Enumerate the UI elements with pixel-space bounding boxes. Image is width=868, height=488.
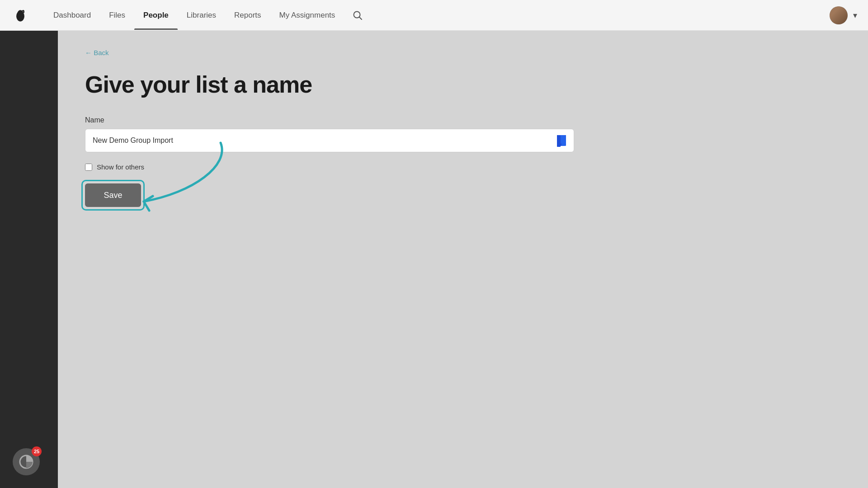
back-link[interactable]: ← Back xyxy=(85,49,841,56)
bottom-widget-container: 25 xyxy=(13,448,40,475)
nav-files[interactable]: Files xyxy=(100,1,134,30)
notification-badge: 25 xyxy=(32,446,42,456)
nav-reports[interactable]: Reports xyxy=(225,1,270,30)
bookmark-icon xyxy=(555,134,568,147)
navbar: Dashboard Files People Libraries Reports… xyxy=(0,0,868,31)
form-section: Name xyxy=(85,116,841,152)
show-for-others-checkbox[interactable] xyxy=(85,164,92,171)
search-icon[interactable] xyxy=(349,7,366,23)
save-button-wrapper: Save xyxy=(85,183,141,207)
main-content: ← Back Give your list a name Name xyxy=(58,31,868,488)
nav-libraries[interactable]: Libraries xyxy=(178,1,225,30)
left-sidebar xyxy=(0,31,58,488)
nav-right: ▾ xyxy=(830,6,857,24)
chevron-down-icon[interactable]: ▾ xyxy=(853,10,857,20)
nav-dashboard[interactable]: Dashboard xyxy=(44,1,100,30)
nav-people[interactable]: People xyxy=(134,1,178,30)
app-logo[interactable] xyxy=(11,6,30,25)
show-for-others-row: Show for others xyxy=(85,163,841,171)
nav-links: Dashboard Files People Libraries Reports… xyxy=(44,1,830,30)
name-label: Name xyxy=(85,116,841,124)
svg-line-3 xyxy=(359,17,362,19)
name-input-wrapper xyxy=(85,129,574,152)
nav-my-assignments[interactable]: My Assignments xyxy=(270,1,344,30)
save-button[interactable]: Save xyxy=(85,183,141,207)
page-title: Give your list a name xyxy=(85,71,841,98)
show-for-others-label: Show for others xyxy=(97,163,144,171)
svg-rect-7 xyxy=(557,135,561,147)
avatar[interactable] xyxy=(830,6,848,24)
name-input[interactable] xyxy=(85,129,574,152)
